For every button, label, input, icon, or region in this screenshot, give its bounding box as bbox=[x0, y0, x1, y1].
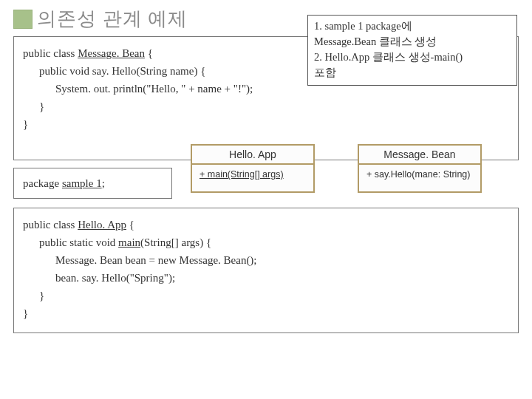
code-line: } bbox=[23, 304, 509, 322]
note-line: Message.Bean 클래스 생성 bbox=[314, 34, 511, 50]
title-accent-bar bbox=[13, 10, 33, 29]
uml-class-helloapp: Hello. App + main(String[] args) bbox=[191, 144, 315, 193]
code-box-package: package sample 1; bbox=[13, 168, 172, 199]
uml-diagram: Hello. App + main(String[] args) Message… bbox=[191, 144, 482, 193]
code-line: } bbox=[23, 287, 509, 304]
code-line: Message. Bean bean = new Message. Bean()… bbox=[23, 251, 509, 269]
note-line: 1. sample 1 package에 bbox=[314, 18, 511, 34]
uml-class-name: Hello. App bbox=[192, 146, 313, 165]
note-line: 2. Hello.App 클래스 생성-main() bbox=[314, 50, 511, 65]
uml-methods: + say.Hello(mane: String) bbox=[359, 165, 480, 191]
code-line: public static void main(String[] args) { bbox=[23, 233, 509, 251]
code-line: } bbox=[23, 98, 509, 115]
slide-title: 의존성 관계 예제 bbox=[37, 6, 188, 32]
uml-methods: + main(String[] args) bbox=[192, 165, 313, 191]
note-box: 1. sample 1 package에 Message.Bean 클래스 생성… bbox=[307, 15, 517, 86]
code-line: bean. say. Hello("Spring"); bbox=[23, 269, 509, 287]
note-line: 포함 bbox=[314, 65, 511, 81]
code-box-helloapp: public class Hello. App { public static … bbox=[13, 208, 519, 333]
uml-class-name: Message. Bean bbox=[359, 146, 480, 165]
uml-class-messagebean: Message. Bean + say.Hello(mane: String) bbox=[358, 144, 482, 193]
code-line: public class Hello. App { bbox=[23, 216, 509, 233]
code-line: } bbox=[23, 115, 509, 133]
